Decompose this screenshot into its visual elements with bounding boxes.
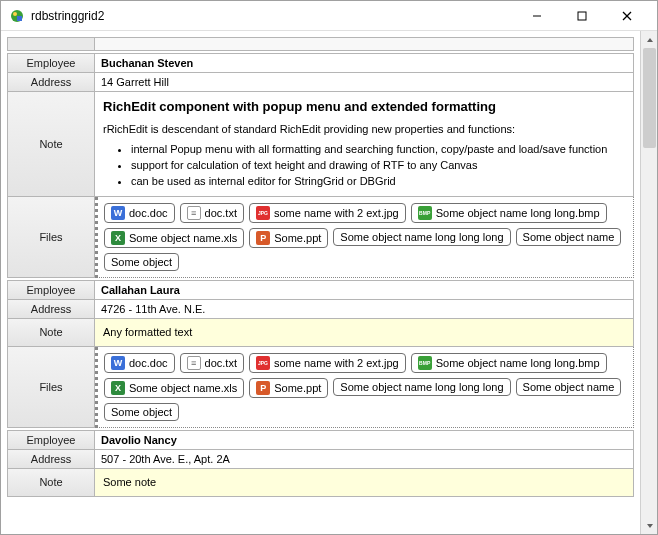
file-name: Some object name.xls bbox=[129, 382, 237, 394]
file-chip[interactable]: XSome object name.xls bbox=[104, 378, 244, 398]
scroll-down-arrow[interactable] bbox=[641, 517, 657, 534]
note-label: Note bbox=[7, 92, 95, 197]
file-chip[interactable]: PSome.ppt bbox=[249, 228, 328, 248]
file-chip[interactable]: BMPSome object name long long.bmp bbox=[411, 203, 607, 223]
app-window: rdbstringgrid2 EmployeeBuchanan StevenAd… bbox=[0, 0, 658, 535]
file-name: Some object bbox=[111, 256, 172, 268]
file-name: some name with 2 ext.jpg bbox=[274, 207, 399, 219]
files-value[interactable]: Wdoc.doc≡doc.txtJPGsome name with 2 ext.… bbox=[95, 197, 634, 278]
address-label: Address bbox=[7, 450, 95, 469]
svg-rect-4 bbox=[578, 12, 586, 20]
titlebar: rdbstringgrid2 bbox=[1, 1, 657, 31]
xls-file-icon: X bbox=[111, 231, 125, 245]
ppt-file-icon: P bbox=[256, 381, 270, 395]
note-paragraph: rRichEdit is descendant of standard Rich… bbox=[103, 122, 515, 137]
record: EmployeeBuchanan StevenAddress14 Garrett… bbox=[7, 53, 634, 278]
file-chip[interactable]: Some object name bbox=[516, 378, 622, 396]
file-chip[interactable]: Wdoc.doc bbox=[104, 353, 175, 373]
maximize-button[interactable] bbox=[559, 1, 604, 30]
employee-value[interactable]: Callahan Laura bbox=[95, 280, 634, 300]
address-label: Address bbox=[7, 300, 95, 319]
doc-file-icon: W bbox=[111, 206, 125, 220]
file-chip[interactable]: PSome.ppt bbox=[249, 378, 328, 398]
employee-label: Employee bbox=[7, 430, 95, 450]
file-name: Some object name bbox=[523, 231, 615, 243]
svg-marker-7 bbox=[647, 38, 653, 42]
note-value[interactable]: Some note bbox=[95, 469, 634, 497]
note-value[interactable]: RichEdit component with popup menu and e… bbox=[95, 92, 634, 197]
ppt-file-icon: P bbox=[256, 231, 270, 245]
file-chip[interactable]: Some object bbox=[104, 403, 179, 421]
vertical-scrollbar[interactable] bbox=[640, 31, 657, 534]
employee-label: Employee bbox=[7, 53, 95, 73]
file-chip[interactable]: JPGsome name with 2 ext.jpg bbox=[249, 203, 406, 223]
address-value[interactable]: 14 Garrett Hill bbox=[95, 73, 634, 92]
file-chip[interactable]: Some object name long long long bbox=[333, 228, 510, 246]
minimize-button[interactable] bbox=[514, 1, 559, 30]
doc-file-icon: W bbox=[111, 356, 125, 370]
scroll-thumb[interactable] bbox=[643, 48, 656, 148]
file-chip[interactable]: BMPSome object name long long.bmp bbox=[411, 353, 607, 373]
file-chip[interactable]: Wdoc.doc bbox=[104, 203, 175, 223]
file-name: Some.ppt bbox=[274, 232, 321, 244]
file-name: Some.ppt bbox=[274, 382, 321, 394]
app-icon bbox=[9, 8, 25, 24]
note-value[interactable]: Any formatted text bbox=[95, 319, 634, 347]
file-chip[interactable]: ≡doc.txt bbox=[180, 203, 244, 223]
address-value[interactable]: 4726 - 11th Ave. N.E. bbox=[95, 300, 634, 319]
txt-file-icon: ≡ bbox=[187, 206, 201, 220]
file-chip[interactable]: Some object name bbox=[516, 228, 622, 246]
xls-file-icon: X bbox=[111, 381, 125, 395]
file-chip[interactable]: XSome object name.xls bbox=[104, 228, 244, 248]
spacer-value bbox=[95, 37, 634, 51]
note-text: Any formatted text bbox=[103, 325, 192, 340]
file-name: Some object name long long long bbox=[340, 231, 503, 243]
bmp-file-icon: BMP bbox=[418, 206, 432, 220]
address-label: Address bbox=[7, 73, 95, 92]
note-label: Note bbox=[7, 319, 95, 347]
file-name: Some object name long long.bmp bbox=[436, 207, 600, 219]
file-name: Some object bbox=[111, 406, 172, 418]
files-value[interactable]: Wdoc.doc≡doc.txtJPGsome name with 2 ext.… bbox=[95, 347, 634, 428]
close-button[interactable] bbox=[604, 1, 649, 30]
note-text: Some note bbox=[103, 475, 156, 490]
file-name: doc.doc bbox=[129, 207, 168, 219]
bmp-file-icon: BMP bbox=[418, 356, 432, 370]
note-bullet: can be used as internal editor for Strin… bbox=[131, 174, 607, 189]
note-bullet: support for calculation of text height a… bbox=[131, 158, 607, 173]
file-chip[interactable]: Some object bbox=[104, 253, 179, 271]
grid-content: EmployeeBuchanan StevenAddress14 Garrett… bbox=[1, 31, 640, 534]
record: EmployeeCallahan LauraAddress4726 - 11th… bbox=[7, 280, 634, 428]
file-name: Some object name bbox=[523, 381, 615, 393]
window-title: rdbstringgrid2 bbox=[31, 9, 514, 23]
record: EmployeeDavolio NancyAddress507 - 20th A… bbox=[7, 430, 634, 497]
note-title: RichEdit component with popup menu and e… bbox=[103, 98, 496, 116]
employee-value[interactable]: Davolio Nancy bbox=[95, 430, 634, 450]
jpg-file-icon: JPG bbox=[256, 356, 270, 370]
file-name: Some object name long long long bbox=[340, 381, 503, 393]
file-chip[interactable]: JPGsome name with 2 ext.jpg bbox=[249, 353, 406, 373]
file-name: some name with 2 ext.jpg bbox=[274, 357, 399, 369]
note-label: Note bbox=[7, 469, 95, 497]
scroll-up-arrow[interactable] bbox=[641, 31, 657, 48]
svg-marker-8 bbox=[647, 524, 653, 528]
client-area: EmployeeBuchanan StevenAddress14 Garrett… bbox=[1, 31, 657, 534]
address-value[interactable]: 507 - 20th Ave. E., Apt. 2A bbox=[95, 450, 634, 469]
txt-file-icon: ≡ bbox=[187, 356, 201, 370]
file-name: Some object name long long.bmp bbox=[436, 357, 600, 369]
note-bullet: internal Popup menu with all formatting … bbox=[131, 142, 607, 157]
svg-point-1 bbox=[13, 12, 17, 16]
jpg-file-icon: JPG bbox=[256, 206, 270, 220]
employee-label: Employee bbox=[7, 280, 95, 300]
file-chip[interactable]: Some object name long long long bbox=[333, 378, 510, 396]
spacer-label bbox=[7, 37, 95, 51]
file-name: Some object name.xls bbox=[129, 232, 237, 244]
files-label: Files bbox=[7, 347, 95, 428]
file-chip[interactable]: ≡doc.txt bbox=[180, 353, 244, 373]
svg-rect-2 bbox=[17, 16, 22, 21]
files-label: Files bbox=[7, 197, 95, 278]
file-name: doc.txt bbox=[205, 357, 237, 369]
employee-value[interactable]: Buchanan Steven bbox=[95, 53, 634, 73]
file-name: doc.txt bbox=[205, 207, 237, 219]
note-bullet-list: internal Popup menu with all formatting … bbox=[103, 142, 607, 190]
